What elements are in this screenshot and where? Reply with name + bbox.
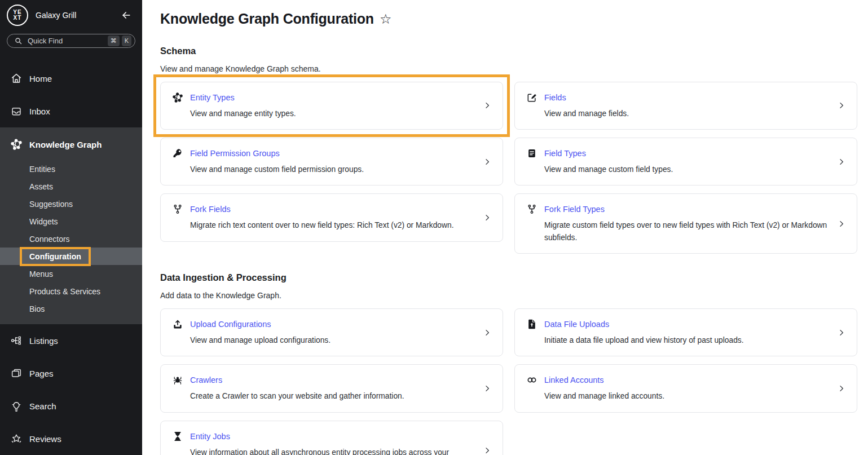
fork-field-types-icon (526, 204, 537, 215)
knowledge-graph-subitems: EntitiesAssetsSuggestionsWidgetsConnecto… (0, 160, 142, 317)
pages-icon (10, 367, 23, 379)
card-data-file-uploads[interactable]: Data File Uploads Initiate a data file u… (514, 308, 857, 356)
card-header: Fork Fields (172, 204, 475, 215)
card-header: Fork Field Types (526, 204, 830, 215)
card-description: View and manage custom field permission … (190, 164, 475, 175)
card-header: Data File Uploads (526, 319, 830, 330)
collapse-sidebar-icon[interactable] (120, 8, 133, 22)
knowledge-graph-icon (10, 138, 23, 151)
sidebar-item-widgets[interactable]: Widgets (0, 213, 142, 230)
card-entity-jobs[interactable]: Entity Jobs View information about all a… (160, 421, 503, 455)
card-description: View and manage custom field types. (544, 164, 830, 175)
card-title-link[interactable]: Fields (544, 93, 566, 102)
card-upload-configurations[interactable]: Upload Configurations View and manage up… (160, 308, 503, 356)
entity-types-icon (172, 92, 183, 103)
card-header: Field Types (526, 148, 830, 159)
sidebar-header: YE XT Galaxy Grill (0, 0, 142, 28)
sidebar-item-assets[interactable]: Assets (0, 178, 142, 195)
card-description: Migrate rich text content over to new fi… (190, 219, 475, 231)
crawlers-icon (172, 374, 183, 386)
sidebar-subitem-label: Suggestions (29, 200, 73, 209)
card-grid: Upload Configurations View and manage up… (160, 308, 857, 455)
sidebar-item-home[interactable]: Home (0, 62, 142, 95)
card-field-permission-groups[interactable]: Field Permission Groups View and manage … (160, 138, 503, 185)
card-description: View and manage upload configurations. (190, 334, 475, 346)
quick-find-input[interactable]: Quick Find ⌘ K (7, 34, 135, 48)
sidebar-item-label: Search (29, 401, 56, 411)
sidebar-item-reviews[interactable]: Reviews (0, 422, 142, 455)
logo-text-bottom: XT (14, 15, 22, 21)
sidebar-item-label: Pages (29, 369, 54, 378)
card-title-link[interactable]: Data File Uploads (544, 320, 609, 329)
card-description: View and manage linked accounts. (544, 390, 830, 402)
card-fields[interactable]: Fields View and manage fields. (514, 82, 857, 130)
sidebar-item-menus[interactable]: Menus (0, 265, 142, 282)
sidebar-subitem-label: Bios (29, 304, 45, 313)
sidebar-item-search[interactable]: Search (0, 390, 142, 422)
sidebar-item-pages[interactable]: Pages (0, 357, 142, 390)
main-content: Knowledge Graph Configuration ☆ Schema V… (142, 0, 868, 455)
sidebar-item-suggestions[interactable]: Suggestions (0, 195, 142, 213)
sidebar-subitem-label: Assets (29, 182, 53, 191)
listings-icon (10, 334, 23, 347)
sidebar-item-configuration[interactable]: Configuration (0, 248, 142, 265)
sidebar-item-listings[interactable]: Listings (0, 324, 142, 357)
chevron-right-icon (838, 329, 845, 337)
card-header: Entity Types (172, 92, 475, 103)
card-description: Migrate custom field types over to new f… (544, 219, 830, 244)
annotation-highlight-box: Configuration (29, 252, 81, 261)
card-field-types[interactable]: Field Types View and manage custom field… (514, 138, 857, 185)
card-title-link[interactable]: Linked Accounts (544, 376, 604, 385)
favorite-star-icon[interactable]: ☆ (380, 12, 392, 26)
sidebar-item-inbox[interactable]: Inbox (0, 95, 142, 127)
config-sections: Schema View and manage Knowledge Graph s… (160, 46, 857, 455)
card-description: View information about all asynchronous … (190, 447, 475, 455)
sidebar-item-entities[interactable]: Entities (0, 160, 142, 178)
card-crawlers[interactable]: Crawlers Create a Crawler to scan your w… (160, 364, 503, 412)
card-linked-accounts[interactable]: Linked Accounts View and manage linked a… (514, 364, 857, 412)
card-title-link[interactable]: Upload Configurations (190, 320, 271, 329)
chevron-right-icon (838, 101, 845, 109)
sidebar-subitem-label: Entities (29, 165, 55, 174)
card-description: View and manage fields. (544, 108, 830, 120)
card-header: Linked Accounts (526, 374, 830, 386)
card-entity-types[interactable]: Entity Types View and manage entity type… (160, 82, 503, 130)
card-title-link[interactable]: Field Types (544, 149, 586, 158)
chevron-right-icon (483, 447, 491, 454)
sidebar-item-products-and-services[interactable]: Products & Services (0, 282, 142, 300)
card-title-link[interactable]: Field Permission Groups (190, 149, 280, 158)
card-fork-field-types[interactable]: Fork Field Types Migrate custom field ty… (514, 193, 857, 254)
yext-logo[interactable]: YE XT (7, 5, 28, 26)
chevron-right-icon (838, 158, 845, 166)
quick-find-placeholder: Quick Find (28, 37, 105, 45)
section-description: View and manage Knowledge Graph schema. (160, 64, 857, 73)
sidebar-item-connectors[interactable]: Connectors (0, 230, 142, 248)
fields-icon (526, 92, 537, 103)
sidebar-subitem-label: Products & Services (29, 287, 100, 296)
section-title: Schema (160, 46, 857, 56)
card-title-link[interactable]: Crawlers (190, 376, 222, 385)
linked-accounts-icon (526, 374, 537, 386)
data-file-uploads-icon (526, 319, 537, 330)
field-types-icon (526, 148, 537, 159)
card-title-link[interactable]: Fork Field Types (544, 205, 605, 214)
card-title-link[interactable]: Entity Jobs (190, 432, 230, 441)
page-title-row: Knowledge Graph Configuration ☆ (160, 11, 857, 27)
card-description: Create a Crawler to scan your website an… (190, 390, 475, 402)
fork-fields-icon (172, 204, 183, 215)
field-permission-groups-icon (172, 148, 183, 159)
sidebar: YE XT Galaxy Grill Quick Find ⌘ K HomeIn… (0, 0, 142, 455)
card-fork-fields[interactable]: Fork Fields Migrate rich text content ov… (160, 193, 503, 241)
sidebar-item-label: Listings (29, 336, 58, 346)
inbox-icon (10, 105, 23, 117)
card-title-link[interactable]: Fork Fields (190, 205, 231, 214)
card-description: Initiate a data file upload and view his… (544, 334, 830, 346)
sidebar-item-bios[interactable]: Bios (0, 300, 142, 317)
card-description: View and manage entity types. (190, 108, 475, 120)
sidebar-item-knowledge-graph[interactable]: Knowledge Graph (0, 133, 142, 156)
knowledge-graph-label: Knowledge Graph (29, 140, 102, 149)
shortcut-k-key: K (122, 36, 131, 46)
section-description: Add data to the Knowledge Graph. (160, 291, 857, 300)
card-title-link[interactable]: Entity Types (190, 93, 235, 102)
sidebar-item-label: Inbox (29, 107, 50, 116)
